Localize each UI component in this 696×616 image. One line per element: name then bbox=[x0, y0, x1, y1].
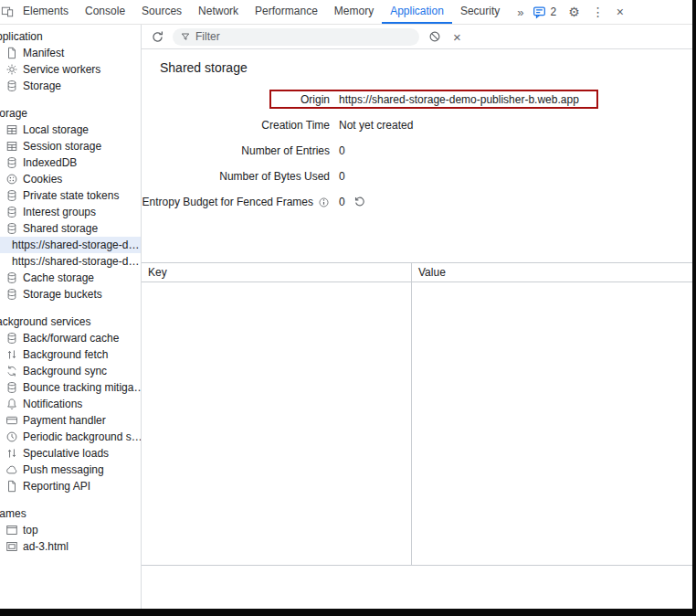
block-clear-icon bbox=[428, 30, 441, 43]
page-title: Shared storage bbox=[142, 49, 692, 77]
refresh-button[interactable] bbox=[150, 29, 165, 45]
tab-security[interactable]: Security bbox=[452, 0, 508, 24]
sidebar-item-interest-groups[interactable]: Interest groups bbox=[0, 204, 141, 220]
sidebar-item-label: Periodic background s… bbox=[23, 430, 141, 443]
device-toolbar-button[interactable] bbox=[0, 0, 15, 24]
database-icon bbox=[5, 288, 18, 301]
tab-application[interactable]: Application bbox=[382, 0, 452, 24]
column-header-key[interactable]: Key bbox=[142, 263, 412, 281]
sidebar-item-storage-buckets[interactable]: Storage buckets bbox=[0, 286, 141, 303]
sidebar-item-bounce-tracking-mitiga[interactable]: Bounce tracking mitiga… bbox=[0, 379, 141, 396]
field-label: Creation Time bbox=[142, 119, 330, 132]
sidebar-item-cache-storage[interactable]: Cache storage bbox=[0, 270, 141, 286]
up-down-arrows-icon bbox=[5, 348, 18, 361]
tab-elements[interactable]: Elements bbox=[15, 0, 77, 24]
sidebar-item-manifest[interactable]: Manifest bbox=[0, 45, 141, 61]
toolbar-close-icon[interactable]: × bbox=[449, 29, 465, 45]
sidebar-item-shared-storage[interactable]: Shared storage bbox=[0, 220, 141, 237]
sidebar-item-label: Push messaging bbox=[23, 463, 104, 476]
field-row-origin: Originhttps://shared-storage-demo-publis… bbox=[142, 87, 692, 112]
sync-icon bbox=[5, 365, 18, 377]
field-label-text: Number of Bytes Used bbox=[219, 170, 330, 183]
sidebar-item-service-workers[interactable]: Service workers bbox=[0, 61, 141, 78]
sidebar-item-label: Background sync bbox=[23, 365, 107, 377]
tab-console[interactable]: Console bbox=[77, 0, 133, 24]
sidebar-item-https-shared-storage-d[interactable]: https://shared-storage-d… bbox=[0, 253, 141, 270]
sidebar-item-payment-handler[interactable]: Payment handler bbox=[0, 412, 141, 429]
tab-memory[interactable]: Memory bbox=[326, 0, 382, 24]
sidebar-item-storage[interactable]: Storage bbox=[0, 78, 141, 94]
sidebar-item-speculative-loads[interactable]: Speculative loads bbox=[0, 445, 141, 462]
sidebar-item-indexeddb[interactable]: IndexedDB bbox=[0, 154, 141, 171]
sidebar-item-ad-3-html[interactable]: ad-3.html bbox=[0, 538, 141, 555]
field-label-text: Creation Time bbox=[261, 119, 330, 132]
devtools-tabbar: ElementsConsoleSourcesNetworkPerformance… bbox=[0, 0, 692, 25]
filter-input[interactable] bbox=[195, 30, 412, 43]
sidebar-item-background-sync[interactable]: Background sync bbox=[0, 363, 141, 379]
sidebar-item-label: Storage buckets bbox=[23, 288, 102, 301]
field-row-number-of-entries: Number of Entries0 bbox=[142, 138, 692, 164]
field-row-creation-time: Creation TimeNot yet created bbox=[142, 112, 692, 138]
database-icon bbox=[5, 156, 18, 169]
tab-strip: ElementsConsoleSourcesNetworkPerformance… bbox=[15, 0, 508, 24]
sidebar-item-session-storage[interactable]: Session storage bbox=[0, 138, 141, 154]
close-devtools-icon[interactable]: × bbox=[617, 5, 624, 18]
sidebar-item-label: Bounce tracking mitiga… bbox=[23, 381, 141, 394]
tab-network[interactable]: Network bbox=[190, 0, 247, 24]
sidebar-item-top[interactable]: top bbox=[0, 522, 141, 538]
tab-performance[interactable]: Performance bbox=[247, 0, 326, 24]
window-edge-right bbox=[692, 0, 696, 616]
sidebar-section-title-storage: Storage bbox=[0, 106, 141, 122]
sidebar-section-title-frames: Frames bbox=[0, 506, 141, 522]
frame-icon bbox=[5, 524, 18, 536]
filter-funnel-icon bbox=[180, 31, 191, 42]
field-value: 0 bbox=[339, 196, 366, 208]
sidebar-item-label: Cache storage bbox=[23, 271, 94, 284]
sidebar-item-private-state-tokens[interactable]: Private state tokens bbox=[0, 187, 141, 204]
more-options-icon[interactable]: ⋮ bbox=[592, 5, 605, 18]
sidebar-item-back-forward-cache[interactable]: Back/forward cache bbox=[0, 330, 141, 346]
shared-storage-report: Shared storage Originhttps://shared-stor… bbox=[142, 49, 692, 609]
sidebar-item-cookies[interactable]: Cookies bbox=[0, 171, 141, 187]
panel-split: ApplicationManifestService workersStorag… bbox=[0, 25, 692, 609]
document-icon bbox=[5, 480, 18, 493]
sidebar-item-reporting-api[interactable]: Reporting API bbox=[0, 478, 141, 494]
sidebar-item-label: Private state tokens bbox=[23, 189, 119, 202]
sidebar-item-background-fetch[interactable]: Background fetch bbox=[0, 346, 141, 363]
devtools-window: ElementsConsoleSourcesNetworkPerformance… bbox=[0, 0, 692, 609]
sidebar-item-label: Cookies bbox=[23, 173, 62, 186]
info-icon[interactable] bbox=[318, 196, 330, 208]
settings-gear-icon[interactable]: ⚙ bbox=[568, 5, 580, 18]
more-tabs-button[interactable]: » bbox=[508, 0, 533, 24]
issues-count: 2 bbox=[550, 5, 556, 18]
sidebar-item-label: IndexedDB bbox=[23, 156, 77, 169]
field-label: Number of Entries bbox=[142, 144, 330, 157]
up-down-arrows-icon bbox=[5, 447, 18, 460]
table-grid-icon bbox=[5, 140, 18, 153]
field-value-text: 0 bbox=[339, 170, 345, 183]
issues-button[interactable]: 2 bbox=[533, 5, 556, 19]
reset-budget-icon[interactable] bbox=[353, 196, 366, 208]
shared-storage-toolbar: × bbox=[142, 25, 692, 49]
cookie-icon bbox=[5, 173, 18, 186]
bell-icon bbox=[5, 398, 18, 410]
field-label: Entropy Budget for Fenced Frames bbox=[142, 196, 330, 208]
sidebar-item-https-shared-storage-d[interactable]: https://shared-storage-d… bbox=[0, 237, 141, 253]
tab-sources[interactable]: Sources bbox=[133, 0, 190, 24]
database-icon bbox=[5, 381, 18, 394]
column-header-value[interactable]: Value bbox=[412, 263, 692, 281]
field-value: Not yet created bbox=[339, 119, 413, 132]
field-label-text: Origin bbox=[301, 93, 330, 106]
clear-all-button[interactable] bbox=[427, 29, 442, 45]
sidebar-item-periodic-background-s[interactable]: Periodic background s… bbox=[0, 429, 141, 445]
sidebar-item-notifications[interactable]: Notifications bbox=[0, 396, 141, 412]
sidebar-item-label: Speculative loads bbox=[23, 447, 109, 460]
application-sidebar: ApplicationManifestService workersStorag… bbox=[0, 25, 142, 609]
sidebar-item-push-messaging[interactable]: Push messaging bbox=[0, 462, 141, 478]
table-body-key-column bbox=[142, 282, 412, 565]
table-header: KeyValue bbox=[142, 263, 692, 282]
filter-box[interactable] bbox=[173, 28, 419, 46]
sidebar-section-application: ApplicationManifestService workersStorag… bbox=[0, 29, 141, 94]
sidebar-item-label: Session storage bbox=[23, 140, 101, 153]
sidebar-item-local-storage[interactable]: Local storage bbox=[0, 122, 141, 138]
